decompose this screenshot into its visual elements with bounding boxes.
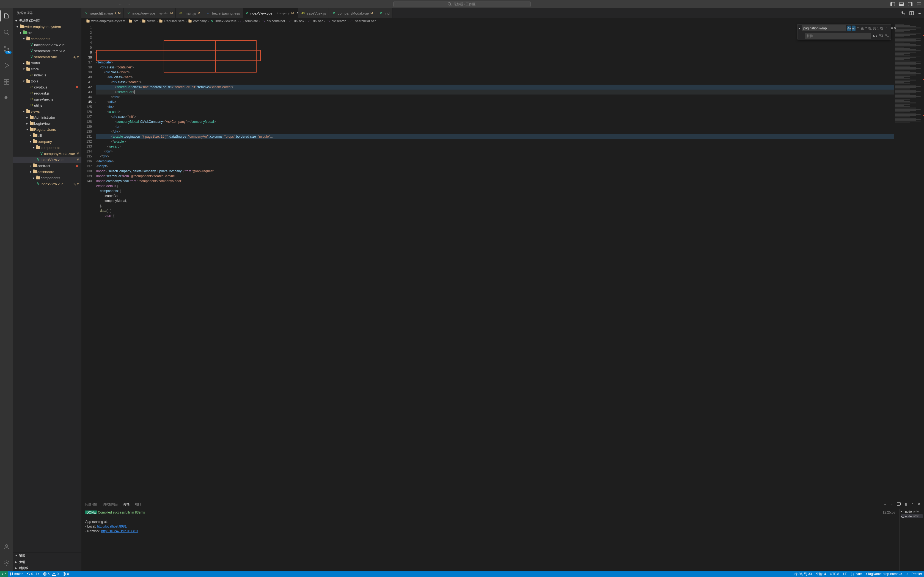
status-problems[interactable]: 5 0 bbox=[41, 571, 60, 577]
activity-explorer[interactable] bbox=[0, 10, 13, 21]
find-next-icon[interactable]: ↓ bbox=[888, 26, 890, 30]
status-selector[interactable]: <TagName prop-name /> bbox=[864, 571, 904, 577]
minimap[interactable] bbox=[894, 24, 924, 500]
toggle-left-panel-icon[interactable] bbox=[890, 2, 895, 6]
find-regex-icon[interactable]: .* bbox=[857, 26, 859, 31]
outline-section[interactable]: ▸大纲 bbox=[13, 559, 81, 565]
tree-item[interactable]: ▾views bbox=[13, 108, 81, 114]
local-url[interactable]: http://localhost:8081/ bbox=[97, 524, 128, 529]
output-section[interactable]: ▾输出 bbox=[13, 552, 81, 558]
breadcrumb-item[interactable]: ▭div.search bbox=[326, 19, 346, 23]
tree-item[interactable]: VcompanyModal.vueM bbox=[13, 151, 81, 156]
status-prettier[interactable]: ✓ Prettier bbox=[904, 571, 924, 577]
breadcrumb-item[interactable]: ▭div.box bbox=[289, 19, 304, 23]
terminal-output[interactable]: DONE Compiled successfully in 839ms12:25… bbox=[81, 509, 899, 571]
breadcrumb-item[interactable]: views bbox=[142, 19, 155, 23]
tree-item[interactable]: ▸Administrator bbox=[13, 114, 81, 120]
terminal-dropdown-icon[interactable]: ⌄ bbox=[890, 503, 893, 506]
tree-item[interactable]: JSsaveVuex.js bbox=[13, 96, 81, 102]
tree-item[interactable]: VsearchBar-Item.vue bbox=[13, 48, 81, 54]
tree-item[interactable]: VnavigationView.vue bbox=[13, 42, 81, 48]
status-encoding[interactable]: UTF-8 bbox=[828, 571, 841, 577]
terminal-kill-icon[interactable]: 🗑 bbox=[905, 503, 908, 506]
tree-item[interactable]: VsearchBar.vue4, M bbox=[13, 54, 81, 60]
terminal-instance[interactable]: ▸_nodewrite… bbox=[901, 514, 923, 518]
activity-account[interactable] bbox=[0, 541, 13, 552]
panel-tab-debug-console[interactable]: 调试控制台 bbox=[103, 501, 118, 508]
tree-item[interactable]: VindexView.vue1, M bbox=[13, 181, 81, 187]
breadcrumb-item[interactable]: src bbox=[128, 19, 138, 23]
status-sync[interactable]: 0↓ 1↑ bbox=[25, 571, 41, 577]
panel-tab-terminal[interactable]: 终端 bbox=[123, 501, 129, 508]
compare-changes-icon[interactable] bbox=[901, 11, 906, 15]
tree-item[interactable]: ▾company bbox=[13, 139, 81, 145]
tree-item[interactable]: ▸components bbox=[13, 175, 81, 181]
timeline-section[interactable]: ▸时间线 bbox=[13, 565, 81, 571]
activity-settings[interactable] bbox=[0, 558, 13, 569]
toggle-bottom-panel-icon[interactable] bbox=[899, 2, 904, 6]
replace-preserve-case-icon[interactable]: AB bbox=[872, 33, 877, 39]
find-case-sensitive-icon[interactable]: Aa bbox=[847, 26, 851, 31]
tree-item[interactable]: ▾components bbox=[13, 36, 81, 42]
editor-tab[interactable]: JSmain.jsM bbox=[176, 8, 203, 18]
tree-item[interactable]: VindexView.vueM bbox=[13, 156, 81, 163]
editor-tab[interactable]: VindexView.vue.../gusterM bbox=[124, 8, 176, 18]
tree-item[interactable]: ▾components bbox=[13, 145, 81, 151]
panel-tab-problems[interactable]: 问题5 bbox=[85, 501, 97, 508]
network-url[interactable]: http://10.242.192.0:8081/ bbox=[101, 529, 138, 533]
tab-more-icon[interactable]: ⋯ bbox=[918, 11, 921, 15]
activity-scm[interactable]: 274 bbox=[0, 44, 13, 55]
terminal-split-icon[interactable] bbox=[897, 502, 901, 506]
file-tree[interactable]: ▾write-employee-system▾src▾componentsVna… bbox=[13, 24, 81, 552]
terminal-instance[interactable]: ▸_nodewrite… bbox=[901, 510, 923, 513]
tree-item[interactable]: JSrequest.js bbox=[13, 90, 81, 96]
panel-tab-ports[interactable]: 端口 bbox=[135, 501, 141, 508]
tree-item[interactable]: ▾dashboard bbox=[13, 169, 81, 175]
tree-item[interactable]: JSindex.js bbox=[13, 72, 81, 78]
status-remote[interactable] bbox=[0, 571, 8, 577]
panel-close-icon[interactable]: ✕ bbox=[918, 503, 920, 506]
editor-tab[interactable]: VcompanyModal.vueM bbox=[329, 8, 376, 18]
customize-layout-icon[interactable] bbox=[917, 2, 921, 6]
editor-tab[interactable]: JSsaveVuex.js bbox=[298, 8, 329, 18]
tree-item[interactable]: JSutil.js bbox=[13, 102, 81, 108]
tree-item[interactable]: ▸contract bbox=[13, 163, 81, 169]
panel-maximize-icon[interactable]: ⌃ bbox=[911, 503, 914, 506]
sidebar-more-icon[interactable]: ⋯ bbox=[74, 11, 78, 15]
breadcrumb[interactable]: write-employee-system›src›views›RegularU… bbox=[81, 18, 924, 24]
find-prev-icon[interactable]: ↑ bbox=[885, 26, 887, 30]
editor-tab[interactable]: ≈bezierEasing.less bbox=[203, 8, 243, 18]
editor-tab[interactable]: Vind bbox=[376, 8, 393, 18]
nav-forward-icon[interactable]: → bbox=[127, 2, 131, 6]
nav-back-icon[interactable]: ← bbox=[118, 2, 123, 6]
replace-one-icon[interactable] bbox=[879, 34, 884, 39]
split-editor-icon[interactable] bbox=[909, 11, 914, 15]
find-whole-word-icon[interactable]: ab bbox=[852, 26, 855, 31]
editor-tab[interactable]: VsearchBar.vue4, M bbox=[81, 8, 124, 18]
tree-item[interactable]: ▸bill bbox=[13, 132, 81, 139]
find-close-icon[interactable]: ✕ bbox=[894, 26, 897, 30]
replace-all-icon[interactable] bbox=[885, 34, 890, 39]
activity-debug[interactable] bbox=[0, 60, 13, 71]
status-branch[interactable]: main* bbox=[8, 571, 25, 577]
breadcrumb-item[interactable]: ▭searchBar.bar bbox=[349, 19, 376, 23]
activity-search[interactable] bbox=[0, 27, 13, 38]
command-center[interactable]: 无标题 (工作区) bbox=[393, 1, 531, 7]
tree-item[interactable]: JScrypto.js bbox=[13, 84, 81, 90]
find-in-selection-icon[interactable]: ≡ bbox=[891, 26, 893, 30]
breadcrumb-item[interactable]: VindexView.vue bbox=[210, 19, 236, 23]
breadcrumb-item[interactable]: RegularUsers bbox=[159, 19, 184, 23]
breadcrumb-item[interactable]: ▭div.container bbox=[261, 19, 285, 23]
tree-item[interactable]: ▾RegularUsers bbox=[13, 126, 81, 132]
activity-extensions[interactable] bbox=[0, 76, 13, 87]
status-indent[interactable]: 空格: 4 bbox=[814, 571, 828, 577]
tree-item[interactable]: ▸LoginView bbox=[13, 120, 81, 126]
tree-item[interactable]: ▾store bbox=[13, 66, 81, 72]
replace-input[interactable] bbox=[805, 33, 871, 39]
workspace-section[interactable]: ▾ 无标题 (工作区) bbox=[13, 18, 81, 24]
status-eol[interactable]: LF bbox=[841, 571, 849, 577]
status-cursor[interactable]: 行 36, 列 33 bbox=[792, 571, 814, 577]
find-toggle-replace-icon[interactable]: ▾ bbox=[799, 26, 801, 30]
breadcrumb-item[interactable]: write-employee-system bbox=[86, 19, 125, 23]
tree-item[interactable]: ▾tools bbox=[13, 78, 81, 84]
